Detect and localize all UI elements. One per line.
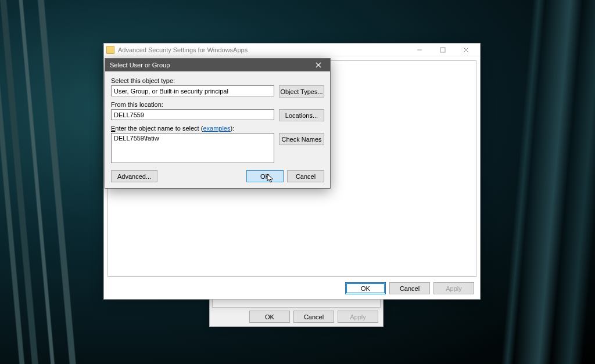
- close-button[interactable]: [454, 44, 478, 56]
- location-field[interactable]: [111, 109, 274, 120]
- examples-link[interactable]: examples: [203, 125, 230, 132]
- object-name-field[interactable]: [111, 133, 274, 163]
- advanced-button[interactable]: Advanced...: [111, 170, 157, 182]
- sub-cancel-button[interactable]: Cancel: [293, 311, 334, 323]
- window-title: Advanced Security Settings for WindowsAp…: [118, 46, 408, 53]
- dialog-button-bar: Advanced... OK Cancel: [111, 170, 324, 182]
- folder-icon: [106, 46, 114, 54]
- location-label: From this location:: [111, 101, 274, 108]
- back-ok-button[interactable]: OK: [345, 282, 386, 294]
- object-types-button[interactable]: Object Types...: [279, 85, 324, 98]
- object-type-label: Select this object type:: [111, 77, 274, 84]
- dialog-body: Select this object type: Object Types...…: [105, 71, 330, 188]
- sub-dialog-button-bar: OK Cancel Apply: [249, 311, 378, 323]
- select-user-group-dialog: Select User or Group Select this object …: [105, 58, 331, 189]
- maximize-button[interactable]: [431, 44, 454, 56]
- sub-ok-button[interactable]: OK: [249, 311, 290, 323]
- back-apply-button[interactable]: Apply: [433, 282, 474, 294]
- back-cancel-button[interactable]: Cancel: [389, 282, 430, 294]
- svg-rect-1: [440, 48, 445, 52]
- ok-button[interactable]: OK: [246, 170, 284, 182]
- minimize-button[interactable]: [408, 44, 431, 56]
- cancel-button[interactable]: Cancel: [287, 170, 324, 182]
- dialog-title: Select User or Group: [110, 62, 307, 69]
- advanced-security-titlebar[interactable]: Advanced Security Settings for WindowsAp…: [104, 44, 480, 56]
- object-type-field[interactable]: [111, 85, 274, 96]
- sub-apply-button[interactable]: Apply: [338, 311, 378, 323]
- object-name-label: Enter the object name to select (example…: [111, 125, 274, 132]
- check-names-button[interactable]: Check Names: [279, 133, 324, 145]
- advanced-security-button-bar: OK Cancel Apply: [345, 282, 474, 294]
- dialog-close-button[interactable]: [307, 59, 330, 71]
- locations-button[interactable]: Locations...: [279, 109, 324, 121]
- dialog-titlebar[interactable]: Select User or Group: [105, 59, 330, 71]
